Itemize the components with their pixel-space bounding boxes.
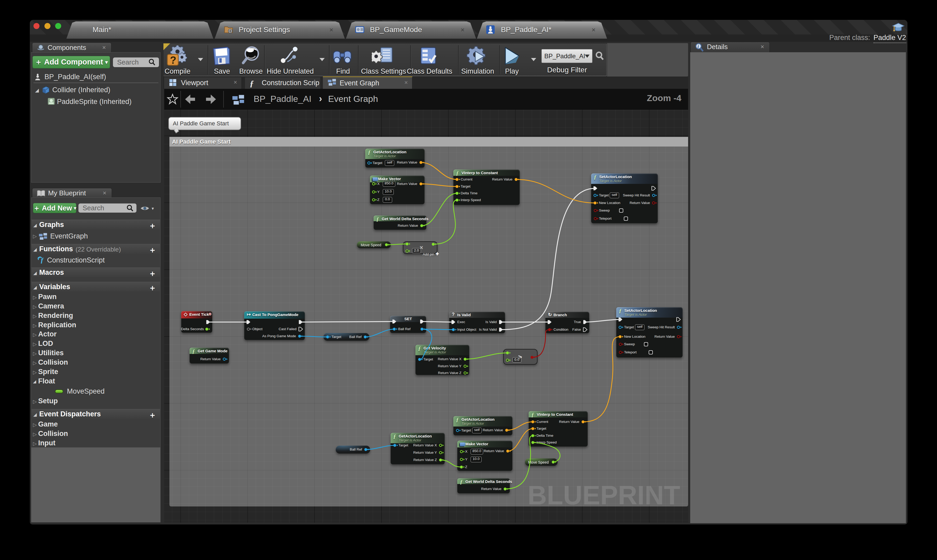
svg-text:i: i: [698, 44, 699, 49]
svg-text:?: ?: [170, 54, 176, 66]
svg-text:f: f: [41, 256, 44, 263]
